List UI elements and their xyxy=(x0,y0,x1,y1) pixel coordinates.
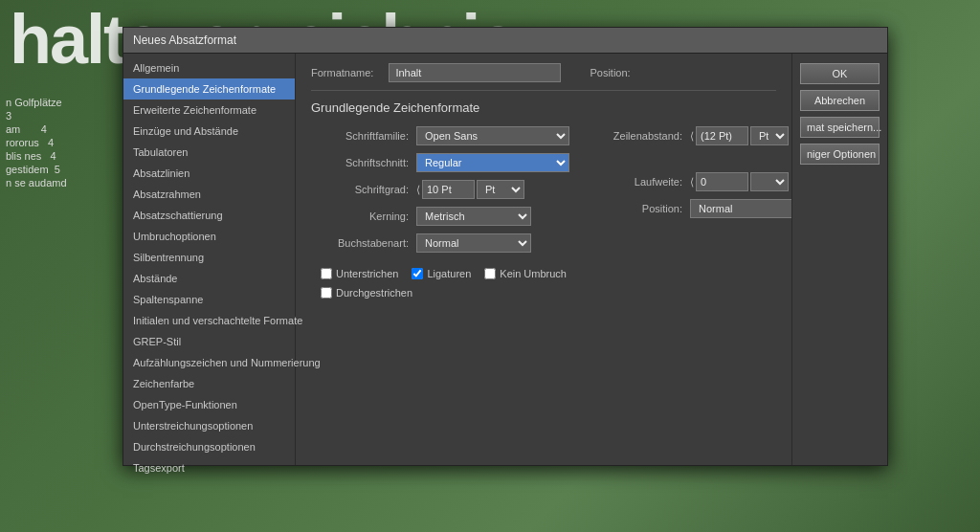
sidebar-item-absatzschattierung[interactable]: Absatzschattierung xyxy=(123,205,295,226)
top-row: Formatname: Position: xyxy=(311,63,776,82)
kein-umbruch-label: Kein Umbruch xyxy=(500,268,567,279)
buchstabenart-row: Buchstabenart: Normal xyxy=(311,233,569,253)
sidebar-item-absatzlinien[interactable]: Absatzlinien xyxy=(123,163,295,184)
ligaturen-checkbox[interactable] xyxy=(412,268,423,279)
sidebar-item-opentype[interactable]: OpenType-Funktionen xyxy=(123,394,295,415)
durchgestrichen-label: Durchgestrichen xyxy=(336,287,412,299)
zeilenabstand-label: Zeilenabstand: xyxy=(585,130,690,142)
kerning-label: Kerning: xyxy=(311,211,416,222)
laufweite-input[interactable] xyxy=(696,172,748,191)
sidebar-item-tagsexport[interactable]: Tagsexport xyxy=(123,457,295,478)
position-select[interactable]: Normal xyxy=(690,199,791,218)
bg-list-item-1: n Golfplätze xyxy=(6,96,122,109)
buchstabenart-select[interactable]: Normal xyxy=(416,233,531,253)
main-content: Formatname: Position: Grundlegende Zeich… xyxy=(296,54,791,465)
button-panel: OK Abbrechen mat speichern... niger Opti… xyxy=(791,54,887,465)
checkboxes-row1: Unterstrichen Ligaturen Kein Umbruch xyxy=(311,268,776,279)
zeilenabstand-row: Zeilenabstand: ⟨ Pt xyxy=(585,126,791,145)
sidebar-item-absatzrahmen[interactable]: Absatzrahmen xyxy=(123,184,295,205)
col-right: Zeilenabstand: ⟨ Pt Laufweite: xyxy=(585,126,791,260)
schriftschnitt-label: Schriftschnitt: xyxy=(311,157,416,168)
schriftgrad-label: Schriftgrad: xyxy=(311,184,416,195)
weniger-optionen-button[interactable]: niger Optionen xyxy=(800,144,880,165)
schriftschnitt-row: Schriftschnitt: Regular xyxy=(311,153,569,172)
sidebar-item-unterstreichung[interactable]: Unterstreichungsoptionen xyxy=(123,415,295,436)
buchstabenart-label: Buchstabenart: xyxy=(311,237,416,249)
sidebar-item-spaltenspanne[interactable]: Spaltenspanne xyxy=(123,289,295,310)
schriftgrad-input[interactable] xyxy=(422,180,475,199)
laufweite-row: Laufweite: ⟨ xyxy=(585,172,791,191)
schriftschnitt-select[interactable]: Regular xyxy=(416,153,569,172)
dialog-titlebar: Neues Absatzformat xyxy=(123,28,887,54)
bg-list-item-7: n se audamd xyxy=(6,176,122,189)
sidebar-item-silbentrennung[interactable]: Silbentrennung xyxy=(123,247,295,268)
sidebar-item-einzuege[interactable]: Einzüge und Abstände xyxy=(123,121,295,142)
sidebar-item-tabulatoren[interactable]: Tabulatoren xyxy=(123,142,295,163)
laufweite-arrow: ⟨ xyxy=(690,176,694,188)
durchgestrichen-item[interactable]: Durchgestrichen xyxy=(321,287,412,299)
formatname-label: Formatname: xyxy=(311,67,373,78)
top-position-label: Position: xyxy=(590,67,630,78)
sidebar-item-grep-stil[interactable]: GREP-Stil xyxy=(123,331,295,352)
sidebar-item-zeichenfarbe[interactable]: Zeichenfarbe xyxy=(123,373,295,394)
form-columns: Schriftfamilie: Open Sans Schriftschnitt… xyxy=(311,126,776,260)
sidebar-item-initialen[interactable]: Initialen und verschachtelte Formate xyxy=(123,310,295,331)
checkboxes-row2: Durchgestrichen xyxy=(311,287,776,299)
schriftfamilie-label: Schriftfamilie: xyxy=(311,130,416,142)
dialog: Neues Absatzformat Allgemein Grundlegend… xyxy=(122,27,888,466)
section-title: Grundlegende Zeichenformate xyxy=(311,100,776,115)
formatname-input[interactable] xyxy=(389,63,561,82)
sidebar-item-grundlegende[interactable]: Grundlegende Zeichenformate xyxy=(123,78,295,100)
zeilenabstand-unit[interactable]: Pt xyxy=(750,126,789,145)
laufweite-label: Laufweite: xyxy=(585,176,690,188)
sidebar-item-umbruchoptionen[interactable]: Umbruchoptionen xyxy=(123,226,295,247)
sidebar: Allgemein Grundlegende Zeichenformate Er… xyxy=(123,54,296,465)
zeilenabstand-input[interactable] xyxy=(696,126,748,145)
schriftgrad-arrow: ⟨ xyxy=(416,184,420,196)
ligaturen-item[interactable]: Ligaturen xyxy=(412,268,471,279)
schriftfamilie-row: Schriftfamilie: Open Sans xyxy=(311,126,569,145)
ligaturen-label: Ligaturen xyxy=(427,268,471,279)
laufweite-unit[interactable] xyxy=(750,172,789,191)
sidebar-item-allgemein[interactable]: Allgemein xyxy=(123,57,295,78)
zeilenabstand-spinner: ⟨ Pt xyxy=(690,126,789,145)
divider xyxy=(311,90,776,91)
position-label: Position: xyxy=(585,203,690,214)
bg-list-item-3: am 4 xyxy=(6,122,122,136)
background-list: n Golfplätze 3 am 4 rororus 4 blis nes 4… xyxy=(0,96,122,189)
sidebar-item-aufzaehlung[interactable]: Aufzählungszeichen und Nummerierung xyxy=(123,352,295,373)
sidebar-item-erweiterte[interactable]: Erweiterte Zeichenformate xyxy=(123,100,295,121)
position-row: Position: Normal xyxy=(585,199,791,218)
laufweite-spinner: ⟨ xyxy=(690,172,789,191)
schriftgrad-unit[interactable]: Pt xyxy=(477,180,524,199)
sidebar-item-durchstreichung[interactable]: Durchstreichungsoptionen xyxy=(123,436,295,457)
sidebar-item-abstaende[interactable]: Abstände xyxy=(123,268,295,289)
unterstrichen-checkbox[interactable] xyxy=(321,268,332,279)
kerning-select[interactable]: Metrisch xyxy=(416,207,531,226)
durchgestrichen-checkbox[interactable] xyxy=(321,287,332,299)
bg-list-item-5: blis nes 4 xyxy=(6,149,122,163)
kerning-row: Kerning: Metrisch xyxy=(311,207,569,226)
col-left: Schriftfamilie: Open Sans Schriftschnitt… xyxy=(311,126,569,260)
dialog-body: Allgemein Grundlegende Zeichenformate Er… xyxy=(123,54,887,465)
kein-umbruch-item[interactable]: Kein Umbruch xyxy=(484,268,567,279)
bg-list-item-4: rororus 4 xyxy=(6,136,122,149)
unterstrichen-label: Unterstrichen xyxy=(336,268,398,279)
schriftfamilie-select[interactable]: Open Sans xyxy=(416,126,569,145)
format-speichern-button[interactable]: mat speichern... xyxy=(800,117,880,138)
zeilenabstand-arrow: ⟨ xyxy=(690,130,694,143)
dialog-title: Neues Absatzformat xyxy=(133,33,236,47)
abbrechen-button[interactable]: Abbrechen xyxy=(800,90,880,111)
schriftgrad-spinner: ⟨ Pt xyxy=(416,180,524,199)
ok-button[interactable]: OK xyxy=(800,63,880,84)
bg-list-item-6: gestidem 5 xyxy=(6,163,122,176)
schriftgrad-row: Schriftgrad: ⟨ Pt xyxy=(311,180,569,199)
bg-list-item-2: 3 xyxy=(6,109,122,122)
unterstrichen-item[interactable]: Unterstrichen xyxy=(321,268,398,279)
kein-umbruch-checkbox[interactable] xyxy=(484,268,496,279)
